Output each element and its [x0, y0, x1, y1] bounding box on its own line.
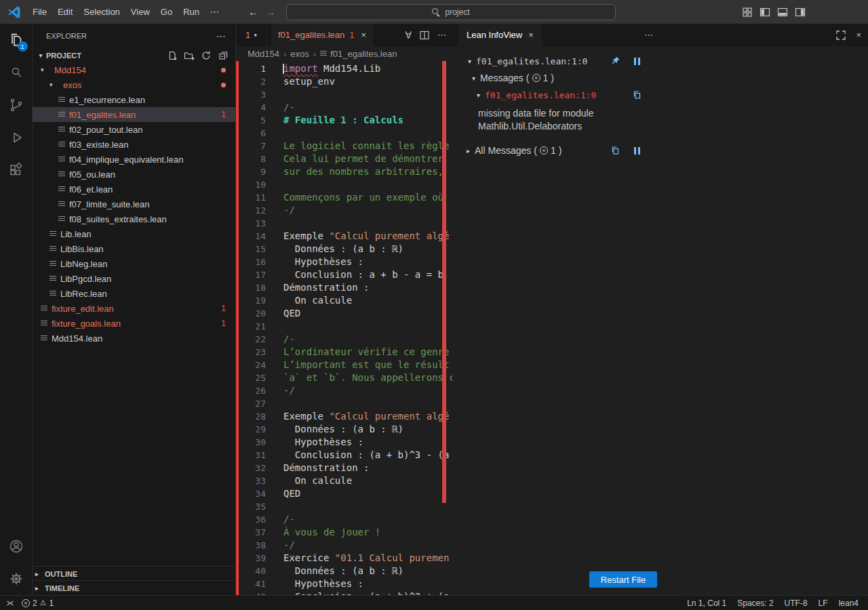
tab-f01-egalites[interactable]: f01_egalites.lean 1 ×: [271, 24, 373, 46]
remote-indicator[interactable]: [5, 598, 15, 608]
tree-item-fixture_goals.lean[interactable]: fixture_goals.lean1: [33, 316, 235, 331]
split-editor-icon[interactable]: [419, 30, 430, 41]
tree-item-fixture_edit.lean[interactable]: fixture_edit.lean1: [33, 301, 235, 316]
tree-item-f04_implique_equivalent.lean[interactable]: f04_implique_equivalent.lean: [33, 152, 235, 167]
timeline-section[interactable]: ▸ TIMELINE: [33, 580, 235, 595]
close-icon[interactable]: ×: [528, 30, 534, 40]
forward-arrow-icon[interactable]: →: [265, 6, 275, 18]
toggle-sidebar-right-icon[interactable]: [795, 7, 806, 18]
explorer-more-actions-icon[interactable]: ⋯: [216, 30, 226, 41]
tree-item-f02_pour_tout.lean[interactable]: f02_pour_tout.lean: [33, 122, 235, 137]
code-token: /-: [283, 102, 295, 113]
activity-extensions[interactable]: [0, 154, 33, 186]
breadcrumb-item[interactable]: exos: [290, 49, 309, 59]
tree-item-f08_suites_extraites.lean[interactable]: f08_suites_extraites.lean: [33, 211, 235, 226]
infoview-position-header[interactable]: ▾ f01_egalites.lean:1:0: [468, 54, 587, 68]
file-icon: [320, 49, 327, 58]
activity-settings[interactable]: [0, 563, 33, 595]
copy-icon[interactable]: [631, 89, 642, 100]
tree-item-f06_et.lean[interactable]: f06_et.lean: [33, 182, 235, 197]
tree-item-LibNeg.lean[interactable]: LibNeg.lean: [33, 256, 235, 271]
activity-run-debug[interactable]: [0, 121, 33, 154]
tab-lean-infoview[interactable]: Lean InfoView ×: [458, 24, 542, 46]
menu-bar: FileEditSelectionViewGoRun⋯: [27, 5, 224, 20]
tab-stub[interactable]: 1 ●: [236, 24, 267, 46]
menu-file[interactable]: File: [27, 5, 52, 20]
breadcrumb-separator: ›: [283, 49, 286, 59]
more-actions-icon[interactable]: ⋯: [437, 30, 446, 40]
code-line: 3: [236, 88, 452, 101]
activity-search[interactable]: [0, 56, 33, 89]
outline-section[interactable]: ▸ OUTLINE: [33, 566, 235, 581]
chevron-right-icon: ▸: [467, 147, 470, 155]
line-number: 41: [236, 577, 266, 590]
code-editor[interactable]: 1import Mdd154.Lib2setup_env34/-5# Feuil…: [236, 61, 452, 595]
menu-edit[interactable]: Edit: [52, 5, 78, 20]
restart-file-button[interactable]: Restart File: [589, 571, 657, 588]
activity-source-control[interactable]: [0, 89, 33, 121]
tree-item-LibBis.lean[interactable]: LibBis.lean: [33, 241, 235, 256]
tree-item-Mdd154.lean[interactable]: Mdd154.lean: [33, 331, 235, 346]
tree-item-label: f08_suites_extraites.lean: [69, 214, 167, 224]
cursor-position[interactable]: Ln 1, Col 1: [687, 598, 726, 608]
tree-item-exos[interactable]: ▾exos: [33, 77, 235, 92]
sidebar-title: EXPLORER: [46, 32, 87, 40]
new-file-icon[interactable]: [167, 50, 178, 61]
lean-infoview-toggle-icon[interactable]: ∀: [405, 30, 412, 41]
close-icon[interactable]: ×: [856, 30, 861, 40]
problems-indicator[interactable]: × 2 ⚠ 1: [22, 598, 54, 608]
menu-selection[interactable]: Selection: [78, 5, 125, 20]
pause-icon[interactable]: [631, 56, 642, 66]
tree-item-LibPgcd.lean[interactable]: LibPgcd.lean: [33, 271, 235, 286]
tree-item-f07_limite_suite.lean[interactable]: f07_limite_suite.lean: [33, 197, 235, 211]
toggle-panel-icon[interactable]: [777, 7, 788, 18]
language-mode[interactable]: lean4: [839, 598, 859, 608]
new-folder-icon[interactable]: [184, 50, 195, 61]
encoding[interactable]: UTF-8: [785, 598, 808, 608]
line-number: 39: [236, 552, 266, 565]
line-number: 23: [236, 346, 266, 359]
customize-layout-icon[interactable]: [742, 7, 753, 18]
error-entry-header[interactable]: ▾ f01_egalites.lean:1:0: [477, 88, 596, 102]
pause-icon[interactable]: [631, 145, 642, 156]
command-center-search[interactable]: project: [286, 4, 616, 20]
menu-run[interactable]: Run: [178, 5, 205, 20]
tree-item-decorations: 1: [221, 304, 230, 313]
line-number: 40: [236, 565, 266, 577]
collapse-all-icon[interactable]: [218, 50, 229, 61]
activity-account[interactable]: [0, 530, 33, 563]
menu-overflow-icon[interactable]: ⋯: [205, 5, 224, 20]
close-icon[interactable]: ×: [361, 30, 367, 40]
line-text: Le logiciel connait les règle: [283, 140, 449, 152]
all-messages-header[interactable]: ▸ All Messages ( × 1 ): [467, 144, 561, 157]
tab-label: f01_egalites.lean: [278, 30, 344, 40]
menu-view[interactable]: View: [125, 5, 155, 20]
refresh-icon[interactable]: [201, 50, 212, 61]
line-number: 32: [236, 462, 266, 474]
back-arrow-icon[interactable]: ←: [248, 6, 258, 18]
messages-header[interactable]: ▾ Messages ( × 1 ): [472, 71, 554, 85]
tree-item-f03_existe.lean[interactable]: f03_existe.lean: [33, 137, 235, 152]
breadcrumb-item[interactable]: Mdd154: [248, 49, 279, 59]
tree-item-e1_recurrence.lean[interactable]: e1_recurrence.lean: [33, 92, 235, 107]
toggle-sidebar-left-icon[interactable]: [760, 7, 770, 18]
tree-item-f05_ou.lean[interactable]: f05_ou.lean: [33, 167, 235, 182]
menu-go[interactable]: Go: [155, 5, 178, 20]
warning-icon: ⚠: [40, 598, 47, 607]
indentation[interactable]: Spaces: 2: [737, 598, 773, 608]
code-line: 35: [236, 500, 452, 513]
pin-icon[interactable]: [610, 56, 620, 66]
breadcrumb-item[interactable]: f01_egalites.lean: [320, 49, 397, 59]
project-section-header[interactable]: ▾ PROJECT: [33, 48, 235, 62]
tree-item-LibRec.lean[interactable]: LibRec.lean: [33, 286, 235, 301]
tree-item-f01_egalites.lean[interactable]: f01_egalites.lean1: [33, 107, 235, 122]
tree-item-Lib.lean[interactable]: Lib.lean: [33, 226, 235, 241]
activity-explorer[interactable]: 1: [0, 24, 33, 56]
copy-all-icon[interactable]: [610, 145, 620, 156]
fullscreen-icon[interactable]: [835, 30, 846, 41]
tree-item-Mdd154[interactable]: ▾Mdd154: [33, 62, 235, 77]
breadcrumb: Mdd154›exos›f01_egalites.lean: [236, 46, 452, 61]
panel-more-actions-icon[interactable]: ⋯: [644, 24, 653, 46]
eol[interactable]: LF: [818, 598, 828, 608]
code-line: 1import Mdd154.Lib: [236, 62, 452, 75]
